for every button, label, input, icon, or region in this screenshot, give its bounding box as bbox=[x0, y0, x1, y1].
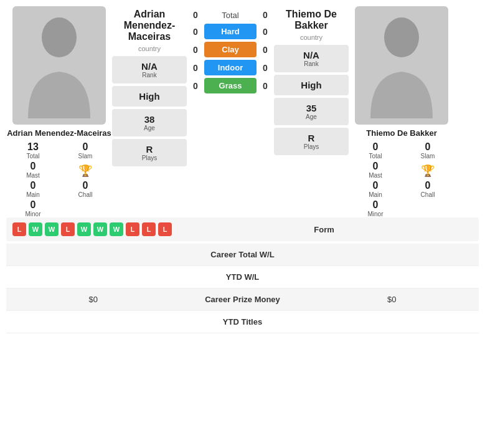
trophy-icon2: 🏆 bbox=[421, 164, 435, 178]
ytd-wl-label: YTD W/L bbox=[174, 272, 311, 282]
player1-name: Adrian Menendez-Maceiras bbox=[7, 128, 111, 138]
form-badge-l: L bbox=[61, 222, 75, 236]
indoor-right: 0 bbox=[259, 63, 271, 73]
form-badge-w: W bbox=[45, 222, 59, 236]
ytd-wl-row: YTD W/L bbox=[6, 266, 479, 288]
player2-avatar bbox=[355, 6, 448, 125]
hard-row: 0 Hard 0 bbox=[189, 24, 271, 39]
career-total-row: Career Total W/L bbox=[6, 244, 479, 266]
player1-rank-label: Rank bbox=[118, 72, 181, 79]
svg-point-1 bbox=[384, 17, 419, 57]
form-badge-l: L bbox=[142, 222, 156, 236]
trophy-center2: 🏆 bbox=[405, 162, 451, 179]
player1-card: Adrian Menendez-Maceiras 13 Total 0 Slam… bbox=[6, 6, 112, 217]
form-badge-l: L bbox=[12, 222, 26, 236]
form-badge-l: L bbox=[126, 222, 139, 236]
prize-row: $0 Career Prize Money $0 bbox=[6, 288, 479, 311]
ytd-titles-label: YTD Titles bbox=[174, 317, 311, 326]
clay-row: 0 Clay 0 bbox=[189, 42, 271, 57]
player1-center-panel: Adrian Menendez-Maceiras country N/A Ran… bbox=[112, 6, 187, 217]
surface-column: 0 Total 0 0 Hard 0 0 Clay 0 0 Indoor 0 0 bbox=[187, 6, 274, 217]
clay-left: 0 bbox=[189, 45, 202, 55]
player2-main: 0 Main bbox=[352, 180, 398, 198]
player1-name-center: Adrian Menendez-Maceiras bbox=[112, 6, 187, 45]
hard-left: 0 bbox=[189, 27, 202, 37]
form-badge-w: W bbox=[110, 222, 123, 236]
prize-right: $0 bbox=[311, 295, 473, 304]
clay-right: 0 bbox=[259, 45, 271, 55]
comparison-area: Adrian Menendez-Maceiras 13 Total 0 Slam… bbox=[6, 6, 479, 217]
player2-age-label: Age bbox=[280, 113, 342, 120]
player2-high-value: High bbox=[280, 80, 342, 90]
player2-age-value: 35 bbox=[280, 103, 342, 113]
player2-mast: 0 Mast bbox=[352, 161, 398, 179]
player1-plays-value: R bbox=[118, 144, 181, 155]
form-label: Form bbox=[314, 225, 334, 234]
form-row: LWWLWWWLLL Form bbox=[6, 217, 479, 241]
total-right: 0 bbox=[259, 10, 271, 20]
player1-minor: 0 Minor bbox=[10, 199, 56, 217]
prize-left: $0 bbox=[12, 295, 174, 304]
surface-total-row: 0 Total 0 bbox=[189, 6, 271, 24]
form-badge-w: W bbox=[29, 222, 42, 236]
player2-age-box: 35 Age bbox=[274, 98, 349, 125]
player2-total: 0 Total bbox=[352, 141, 398, 160]
hard-badge: Hard bbox=[204, 24, 257, 39]
player2-chall: 0 Chall bbox=[405, 180, 451, 198]
player2-rank-box: N/A Rank bbox=[274, 45, 349, 72]
player2-minor: 0 Minor bbox=[352, 199, 398, 217]
trophy-icon: 🏆 bbox=[78, 164, 92, 178]
player2-center-panel: Thiemo De Bakker country N/A Rank High 3… bbox=[274, 6, 349, 217]
main-container: Adrian Menendez-Maceiras 13 Total 0 Slam… bbox=[0, 0, 485, 340]
player2-rank-label: Rank bbox=[280, 60, 342, 67]
player1-rank-value: N/A bbox=[118, 61, 181, 72]
player1-avatar bbox=[12, 6, 106, 125]
career-total-label: Career Total W/L bbox=[174, 250, 311, 259]
form-badge-w: W bbox=[93, 222, 107, 236]
player1-age-box: 38 Age bbox=[112, 109, 187, 136]
form-badges: LWWLWWWLLL bbox=[12, 222, 172, 236]
player1-rank-box: N/A Rank bbox=[112, 56, 187, 83]
player1-high-value: High bbox=[118, 91, 181, 102]
grass-left: 0 bbox=[189, 81, 202, 91]
prize-label: Career Prize Money bbox=[174, 295, 311, 304]
player2-slam: 0 Slam bbox=[405, 141, 451, 160]
total-left: 0 bbox=[189, 10, 202, 20]
player1-main: 0 Main bbox=[10, 180, 56, 198]
clay-badge: Clay bbox=[204, 42, 257, 57]
player1-slam: 0 Slam bbox=[62, 141, 108, 160]
grass-row: 0 Grass 0 bbox=[189, 78, 271, 93]
stats-rows: Career Total W/L YTD W/L $0 Career Prize… bbox=[6, 244, 479, 333]
player2-plays-label: Plays bbox=[280, 143, 342, 150]
form-badge-l: L bbox=[158, 222, 172, 236]
form-badge-w: W bbox=[77, 222, 91, 236]
player1-country: country bbox=[112, 45, 187, 52]
trophy-center: 🏆 bbox=[62, 162, 108, 179]
player1-chall: 0 Chall bbox=[62, 180, 108, 198]
player1-plays-box: R Plays bbox=[112, 139, 187, 166]
indoor-badge: Indoor bbox=[204, 60, 257, 75]
total-label: Total bbox=[202, 11, 259, 20]
player2-name-center: Thiemo De Bakker bbox=[274, 6, 349, 34]
ytd-titles-row: YTD Titles bbox=[6, 311, 479, 333]
player1-age-label: Age bbox=[118, 125, 181, 131]
svg-point-0 bbox=[42, 17, 77, 57]
player1-stats-grid: 13 Total 0 Slam 0 Mast 🏆 0 Main bbox=[6, 141, 112, 217]
player2-country: country bbox=[274, 34, 349, 41]
indoor-row: 0 Indoor 0 bbox=[189, 60, 271, 75]
player2-name: Thiemo De Bakker bbox=[366, 128, 436, 138]
player2-plays-value: R bbox=[280, 133, 342, 143]
grass-right: 0 bbox=[259, 81, 271, 91]
player2-high-box: High bbox=[274, 75, 349, 95]
player1-age-value: 38 bbox=[118, 114, 181, 125]
player2-card: Thiemo De Bakker 0 Total 0 Slam 0 Mast 🏆 bbox=[349, 6, 454, 217]
player1-plays-label: Plays bbox=[118, 155, 181, 161]
player2-plays-box: R Plays bbox=[274, 128, 349, 155]
player1-mast: 0 Mast bbox=[10, 161, 56, 179]
grass-badge: Grass bbox=[204, 78, 257, 93]
player1-high-box: High bbox=[112, 86, 187, 107]
player2-stats-grid: 0 Total 0 Slam 0 Mast 🏆 0 Main bbox=[349, 141, 454, 217]
indoor-left: 0 bbox=[189, 63, 202, 73]
hard-right: 0 bbox=[259, 27, 271, 37]
player1-total: 13 Total bbox=[10, 141, 56, 160]
